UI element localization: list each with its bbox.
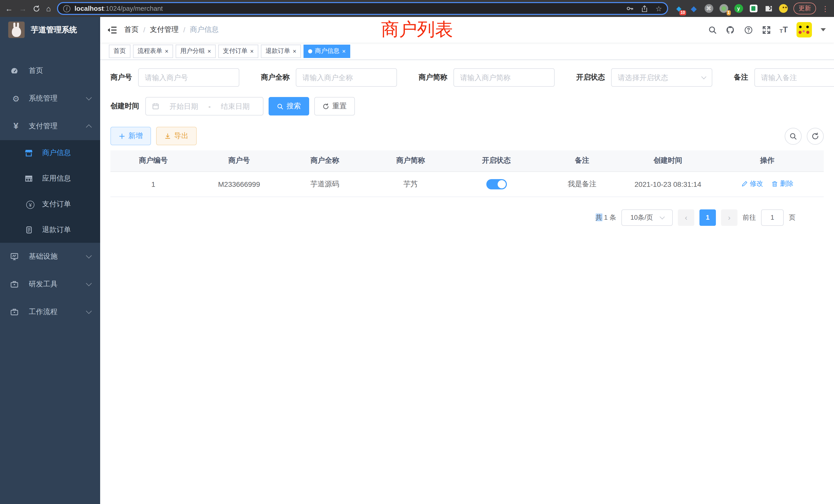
created-time-label: 创建时间 — [110, 101, 139, 111]
start-date-input — [162, 102, 205, 110]
breadcrumb-current: 商户信息 — [190, 25, 219, 35]
close-icon[interactable]: × — [250, 47, 254, 55]
tab-home[interactable]: 首页 — [109, 44, 130, 58]
browser-profile-avatar[interactable] — [778, 4, 788, 13]
date-range-picker[interactable]: - — [145, 97, 263, 115]
cell-created-time: 2021-10-23 08:31:14 — [625, 171, 711, 197]
sidebar-item-pay-order[interactable]: ¥ 支付订单 — [0, 191, 100, 217]
browser-back-icon[interactable]: ← — [5, 5, 13, 12]
password-key-icon[interactable] — [626, 5, 634, 12]
url-text[interactable]: localhost:1024/pay/merchant — [74, 5, 622, 12]
search-button[interactable]: 搜索 — [269, 97, 309, 115]
merchant-no-input[interactable] — [138, 68, 239, 87]
share-icon[interactable] — [641, 5, 649, 12]
merchant-no-label: 商户号 — [110, 73, 132, 82]
delete-link[interactable]: 删除 — [771, 179, 793, 189]
search-icon[interactable] — [708, 25, 717, 35]
fullscreen-icon[interactable] — [762, 25, 771, 35]
cell-remark: 我是备注 — [539, 171, 625, 197]
remark-input[interactable] — [754, 68, 834, 87]
yen-icon: ¥ — [10, 121, 22, 131]
sidebar-item-merchant-info[interactable]: 商户信息 — [0, 140, 100, 166]
payment-submenu: 商户信息 应用信息 ¥ 支付订单 退款订单 — [0, 140, 100, 243]
sidebar-item-home[interactable]: 首页 — [0, 57, 100, 85]
short-name-label: 商户简称 — [419, 73, 447, 82]
extension-docs-icon[interactable] — [749, 4, 758, 13]
refresh-table-button[interactable] — [807, 128, 824, 144]
tab-merchant-info[interactable]: 商户信息× — [304, 44, 350, 58]
table-row: 1 M233666999 芋道源码 芋艿 我是备注 2021-10-23 08:… — [110, 171, 824, 197]
edit-link[interactable]: 修改 — [741, 179, 763, 189]
sidebar-item-payment[interactable]: ¥ 支付管理 — [0, 112, 100, 140]
extension-command-icon[interactable]: ⌘ — [704, 4, 713, 13]
user-avatar[interactable] — [796, 22, 812, 38]
page-number-1[interactable]: 1 — [699, 209, 716, 226]
prev-page-button[interactable]: ‹ — [678, 209, 694, 226]
next-page-button[interactable]: › — [721, 209, 738, 226]
help-icon[interactable] — [744, 25, 753, 35]
close-icon[interactable]: × — [207, 47, 211, 55]
extension-sidebar-icon[interactable]: ◆10 — [674, 4, 683, 13]
extension-y-icon[interactable]: y — [734, 4, 743, 13]
sidebar-item-workflow[interactable]: 工作流程 — [0, 298, 100, 326]
browser-update-button[interactable]: 更新 — [793, 3, 816, 14]
close-icon[interactable]: × — [165, 47, 169, 55]
active-dot — [308, 49, 312, 53]
add-button[interactable]: 新增 — [110, 127, 151, 145]
breadcrumb-home[interactable]: 首页 — [124, 25, 139, 35]
github-icon[interactable] — [726, 25, 735, 35]
extension-recorder-icon[interactable]: 1 — [719, 4, 728, 13]
col-full-name: 商户全称 — [282, 151, 368, 171]
page-size-select[interactable]: 10条/页 — [621, 209, 673, 226]
full-name-input[interactable] — [296, 68, 397, 87]
goto-label: 前往 — [743, 213, 756, 222]
browser-home-icon[interactable]: ⌂ — [46, 5, 51, 12]
extensions-puzzle-icon[interactable] — [764, 4, 773, 13]
chevron-down-icon — [86, 253, 92, 259]
tab-user-group[interactable]: 用户分组× — [176, 44, 216, 58]
status-select[interactable] — [611, 68, 712, 87]
chevron-down-icon — [86, 95, 92, 100]
avatar-caret-icon[interactable] — [821, 28, 826, 31]
sidebar-item-app-info[interactable]: 应用信息 — [0, 166, 100, 191]
sidebar-logo[interactable]: 芋道管理系统 — [0, 17, 100, 43]
tab-pay-order[interactable]: 支付订单× — [218, 44, 258, 58]
document-icon — [25, 226, 36, 234]
col-remark: 备注 — [539, 151, 625, 171]
export-button[interactable]: 导出 — [156, 127, 197, 145]
merchant-table: 商户编号 商户号 商户全称 商户简称 开启状态 备注 创建时间 操作 1 — [110, 151, 824, 197]
briefcase-icon — [10, 280, 22, 289]
close-icon[interactable]: × — [342, 47, 346, 55]
extension-gem-icon[interactable]: ◆ — [689, 4, 698, 13]
sidebar-item-dev-tools[interactable]: 研发工具 — [0, 271, 100, 298]
sidebar-toggle-icon[interactable] — [107, 26, 117, 33]
browser-menu-icon[interactable]: ⋮ — [822, 4, 829, 13]
bookmark-star-icon[interactable]: ☆ — [656, 4, 662, 13]
yen-circle-icon: ¥ — [25, 200, 36, 209]
chevron-down-icon — [701, 74, 706, 79]
browser-forward-icon[interactable]: → — [19, 5, 27, 12]
sidebar-item-infrastructure[interactable]: 基础设施 — [0, 243, 100, 271]
sidebar-item-system[interactable]: ⚙ 系统管理 — [0, 85, 100, 112]
toggle-search-button[interactable] — [785, 128, 802, 144]
short-name-input[interactable] — [454, 68, 555, 87]
main-area: 首页 / 支付管理 / 商户信息 首页 流程表单× — [100, 17, 834, 504]
font-size-icon[interactable] — [780, 26, 788, 34]
status-toggle[interactable] — [486, 179, 507, 189]
col-short-name: 商户简称 — [368, 151, 454, 171]
goto-page-input[interactable] — [761, 209, 784, 226]
tab-process-form[interactable]: 流程表单× — [133, 44, 173, 58]
application-window: ← → ⌂ i localhost:1024/pay/merchant ☆ ◆1… — [0, 0, 834, 504]
close-icon[interactable]: × — [293, 47, 296, 55]
tab-refund-order[interactable]: 退款订单× — [261, 44, 301, 58]
full-name-label: 商户全称 — [261, 73, 290, 82]
address-bar[interactable]: i localhost:1024/pay/merchant ☆ — [57, 2, 668, 15]
breadcrumb-payment[interactable]: 支付管理 — [150, 25, 179, 35]
browser-reload-icon[interactable] — [33, 5, 40, 12]
site-info-icon[interactable]: i — [63, 5, 70, 12]
breadcrumb: 首页 / 支付管理 / 商户信息 — [124, 25, 219, 35]
calendar-icon — [152, 102, 159, 110]
extension-badge: 1 — [726, 10, 731, 15]
sidebar-item-refund-order[interactable]: 退款订单 — [0, 217, 100, 243]
reset-button[interactable]: 重置 — [314, 97, 355, 115]
